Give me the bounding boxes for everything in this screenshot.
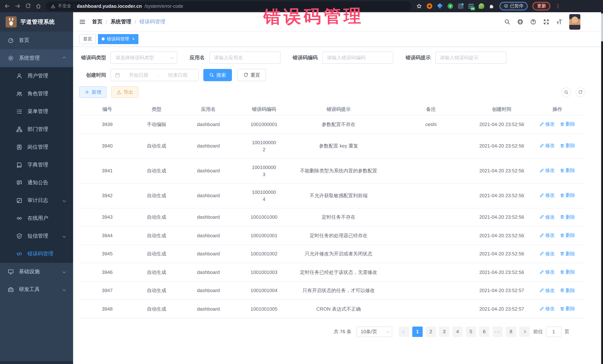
browser-address-bar[interactable]: 不安全 dashboard.yudao.iocoder.cn/system/er… — [46, 1, 412, 11]
extension-proxy-icon[interactable]: on — [468, 3, 474, 9]
delete-link[interactable]: 删除 — [560, 250, 575, 257]
cell-time: 2021-04-20 23:52:56 — [474, 158, 530, 183]
sidebar-item-users[interactable]: 角色管理 — [0, 85, 73, 103]
font-size-icon[interactable] — [556, 19, 562, 25]
cell-app: dashboard — [178, 263, 239, 281]
breadcrumb-system[interactable]: 系统管理 — [111, 18, 131, 25]
table-search-button[interactable] — [561, 87, 571, 97]
page-button-2[interactable]: 2 — [426, 326, 436, 337]
tab-close-icon[interactable]: × — [132, 36, 135, 42]
edit-link[interactable]: 修改 — [540, 305, 555, 312]
edit-link[interactable]: 修改 — [540, 250, 555, 257]
search-button[interactable]: 搜索 — [203, 69, 232, 81]
add-button[interactable]: 新增 — [79, 86, 106, 98]
page-button-1[interactable]: 1 — [412, 326, 423, 337]
edit-link[interactable]: 修改 — [540, 213, 555, 220]
page-ellipsis-button[interactable]: ··· — [492, 326, 503, 337]
error-msg-input[interactable] — [435, 52, 506, 64]
sidebar-item-infra[interactable]: 基础设施 — [0, 263, 73, 281]
cell-app: dashboard — [178, 208, 239, 226]
extensions-puzzle-icon[interactable] — [489, 3, 495, 9]
edit-link[interactable]: 修改 — [540, 232, 555, 239]
profile-paused-pill[interactable]: 😲 已暂停 — [499, 2, 528, 10]
app-logo-row[interactable]: 芋道管理系统 — [0, 12, 73, 32]
browser-reload-icon[interactable] — [25, 3, 31, 9]
refresh-icon — [244, 73, 248, 77]
error-code-input[interactable] — [322, 52, 393, 64]
cell-msg: 定时任务的处理器已经存在 — [289, 226, 388, 245]
extension-green-key-icon[interactable] — [479, 3, 484, 9]
page-size-select[interactable]: 10条/页 — [357, 326, 392, 337]
extension-orange-target-icon[interactable] — [427, 3, 432, 9]
browser-back-icon[interactable] — [4, 3, 10, 9]
delete-link[interactable]: 删除 — [560, 142, 575, 149]
filter-error-msg: 错误码提示 — [406, 52, 506, 64]
cell-id: 3939 — [79, 115, 135, 133]
edit-link[interactable]: 修改 — [540, 142, 555, 149]
breadcrumb-home[interactable]: 首页 — [92, 18, 103, 25]
avatar-caret-icon[interactable] — [587, 19, 593, 25]
goto-page-input[interactable] — [546, 326, 561, 337]
page-button-8[interactable]: 8 — [506, 326, 516, 337]
edit-link[interactable]: 修改 — [540, 287, 555, 294]
edit-link[interactable]: 修改 — [540, 121, 555, 128]
sidebar-item-user[interactable]: 用户管理 — [0, 67, 73, 85]
delete-link[interactable]: 删除 — [560, 287, 575, 294]
sidebar-item-badge[interactable]: 岗位管理 — [0, 138, 73, 156]
fullscreen-icon[interactable] — [543, 19, 549, 25]
sidebar-item-dashboard[interactable]: 首页 — [0, 32, 73, 49]
edit-link[interactable]: 修改 — [540, 192, 555, 199]
error-type-select[interactable]: 请选择错误码类型 — [111, 52, 177, 64]
table-refresh-button[interactable] — [576, 87, 585, 97]
user-avatar[interactable] — [569, 14, 580, 30]
browser-update-button[interactable]: 更新 — [533, 2, 550, 10]
bookmark-star-icon[interactable] — [416, 3, 422, 9]
sidebar-item-list[interactable]: 菜单管理 — [0, 103, 73, 121]
help-icon[interactable] — [530, 19, 536, 25]
tab-home[interactable]: 首页 — [79, 34, 96, 44]
sidebar-item-tree[interactable]: 部门管理 — [0, 121, 73, 138]
page-button-4[interactable]: 4 — [452, 326, 463, 337]
sidebar-item-book[interactable]: 字典管理 — [0, 156, 73, 174]
delete-link[interactable]: 删除 — [560, 192, 575, 199]
github-icon[interactable] — [517, 19, 523, 25]
header-search-icon[interactable] — [504, 19, 510, 25]
delete-link[interactable]: 删除 — [560, 305, 575, 312]
delete-link[interactable]: 删除 — [560, 167, 575, 174]
sidebar-item-online[interactable]: 在线用户 — [0, 210, 73, 227]
create-time-label: 创建时间 — [79, 72, 111, 78]
sidebar-item-gear[interactable]: 系统管理 — [0, 49, 73, 67]
prev-page-button[interactable] — [399, 326, 409, 337]
tab-error-code[interactable]: 错误码管理 × — [98, 34, 139, 44]
app-name-input[interactable] — [209, 52, 280, 64]
page-button-3[interactable]: 3 — [439, 326, 449, 337]
hamburger-icon[interactable] — [79, 18, 86, 25]
delete-link[interactable]: 删除 — [560, 268, 575, 276]
page-button-5[interactable]: 5 — [466, 326, 476, 337]
page-button-6[interactable]: 6 — [479, 326, 489, 337]
extension-green-v-icon[interactable]: V — [448, 3, 453, 9]
reset-button[interactable]: 重置 — [237, 69, 266, 81]
next-page-button[interactable] — [519, 326, 530, 337]
delete-link[interactable]: 删除 — [560, 121, 575, 128]
edit-link[interactable]: 修改 — [540, 167, 555, 174]
extension-grid-icon[interactable] — [458, 3, 464, 9]
delete-link[interactable]: 删除 — [560, 213, 575, 220]
sidebar-item-code[interactable]: 错误码管理 — [0, 245, 73, 263]
browser-home-icon[interactable] — [36, 3, 41, 9]
sidebar-item-message[interactable]: 通知公告 — [0, 174, 73, 192]
delete-link[interactable]: 删除 — [560, 232, 575, 239]
date-range-picker[interactable]: 开始日期 - 结束日期 — [111, 69, 199, 81]
scrollbar-thumb[interactable] — [601, 13, 603, 42]
sidebar-item-tools[interactable]: 研发工具 — [0, 281, 73, 298]
browser-forward-icon[interactable] — [15, 3, 20, 9]
sidebar-item-audit[interactable]: 审计日志 — [0, 192, 73, 210]
extension-blue-gem-icon[interactable] — [437, 3, 443, 9]
list-icon — [16, 109, 22, 115]
page-scrollbar[interactable] — [601, 12, 603, 364]
browser-menu-icon[interactable] — [555, 3, 561, 9]
export-button[interactable]: 导出 — [111, 86, 139, 98]
edit-link[interactable]: 修改 — [540, 268, 555, 276]
sidebar-item-sms[interactable]: 短信管理 — [0, 227, 73, 245]
cell-id: 3945 — [79, 245, 135, 263]
